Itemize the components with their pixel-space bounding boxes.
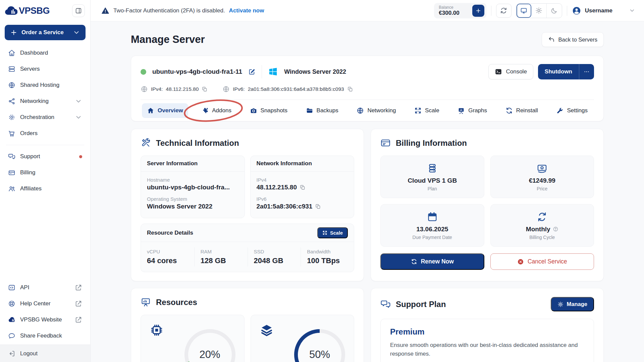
tab-graphs[interactable]: Graphs [452, 103, 492, 118]
resource-label: RAM [201, 249, 241, 254]
tab-label: Overview [158, 107, 183, 114]
shutdown-label: Shutdown [538, 64, 579, 79]
network-information-header: Network Information [251, 156, 354, 172]
sidebar-item-label: Affiliates [20, 185, 42, 192]
plus-icon [475, 8, 481, 14]
ipv6-label: IPv6 [257, 196, 348, 202]
tab-reinstall[interactable]: Reinstall [500, 103, 543, 118]
sidebar-item-logout[interactable]: Logout [0, 345, 90, 362]
ipv4-row: IPv4: 48.112.215.80 [141, 85, 208, 93]
server-more-actions-button[interactable] [579, 64, 594, 79]
tab-networking[interactable]: Networking [352, 103, 401, 118]
sidebar-item-label: Orders [20, 130, 38, 137]
console-label: Console [506, 68, 527, 75]
chevron-down-icon [73, 29, 80, 36]
refresh-button[interactable] [496, 4, 512, 18]
sidebar-item-label: Orchestration [20, 114, 54, 121]
sidebar-item-servers[interactable]: Servers [5, 61, 86, 77]
copy-icon[interactable] [347, 86, 353, 92]
cpu-chip-icon [150, 323, 164, 337]
sidebar-item-api[interactable]: API [5, 280, 86, 296]
back-to-servers-button[interactable]: Back to Servers [542, 32, 604, 47]
tab-backups[interactable]: Backups [301, 103, 343, 118]
tab-scale[interactable]: Scale [409, 103, 444, 118]
main-content: Manage Server Back to Servers ubuntu-vps… [91, 21, 644, 362]
sidebar-item-dashboard[interactable]: Dashboard [5, 45, 86, 61]
due-date-value: 13.06.2025 [416, 226, 448, 233]
balance-value: €300.00 [439, 10, 459, 16]
order-a-service-button[interactable]: Order a Service [5, 25, 86, 40]
globe-icon [357, 107, 364, 114]
add-funds-button[interactable] [472, 5, 484, 17]
sidebar-item-help-center[interactable]: Help Center [5, 296, 86, 312]
theme-light-button[interactable] [532, 4, 547, 18]
warning-text: Two-Factor Authentication (2FA) is disab… [113, 7, 225, 14]
chart-board-icon [458, 107, 465, 114]
help-circle-icon[interactable] [553, 226, 558, 232]
renew-now-button[interactable]: Renew Now [380, 253, 484, 270]
warning-triangle-icon [101, 7, 109, 15]
network-information-panel: Network Information IPv4 48.112.215.80 I… [250, 156, 355, 218]
sidebar-item-label: Help Center [20, 300, 51, 307]
billing-cycle-label: Billing Cycle [529, 235, 555, 240]
sidebar-item-label: Support [20, 153, 40, 160]
manage-support-plan-button[interactable]: Manage [551, 297, 594, 311]
resource-label: Bandwidth [307, 249, 348, 254]
user-menu[interactable]: Username [572, 6, 635, 15]
external-link-icon [75, 300, 82, 307]
ipv4-label: IPv4 [257, 177, 348, 183]
page-title: Manage Server [131, 34, 205, 46]
sidebar-item-networking[interactable]: Networking [5, 93, 86, 109]
copy-icon[interactable] [300, 184, 306, 190]
plan-label: Plan [428, 186, 437, 191]
tab-settings[interactable]: Settings [551, 103, 592, 118]
copy-icon[interactable] [202, 86, 208, 92]
sidebar-item-label: Dashboard [20, 50, 48, 56]
home-icon [147, 107, 154, 114]
sidebar-item-label: Billing [20, 169, 35, 176]
console-button[interactable]: Console [488, 64, 533, 79]
ipv6-row: IPv6: 2a01:5a8:306:c931:6a64:a378:b8b5:c… [222, 85, 353, 93]
tab-snapshots[interactable]: Snapshots [245, 103, 292, 118]
sidebar-item-shared-hosting[interactable]: Shared Hosting [5, 77, 86, 93]
tab-label: Backups [317, 107, 338, 114]
refresh-icon [411, 258, 417, 265]
resource-bandwidth: Bandwidth 100 TBps [301, 247, 354, 266]
sidebar-item-billing[interactable]: Billing [5, 165, 86, 181]
theme-system-button[interactable] [517, 4, 532, 18]
tab-overview[interactable]: Overview [142, 103, 188, 118]
shutdown-button[interactable]: Shutdown [538, 64, 594, 79]
sidebar-collapse-button[interactable] [72, 4, 85, 17]
scale-label: Scale [330, 230, 343, 236]
ram-percent-label: 50% [294, 329, 345, 362]
copy-icon[interactable] [315, 203, 321, 209]
vpsbg-logo[interactable]: VPSBG [5, 6, 50, 16]
sidebar-item-vpsbg-website[interactable]: VPSBG Website [5, 312, 86, 328]
tab-label: Networking [367, 107, 396, 114]
sidebar-item-share-feedback[interactable]: Share Feedback [5, 328, 86, 344]
scale-button[interactable]: Scale [317, 227, 348, 238]
plan-description: Ensure smooth operations with our best-i… [390, 341, 584, 358]
ram-usage-tile: RAM 4 GB / 8 GB 50% [251, 315, 355, 362]
sidebar-item-orders[interactable]: Orders [5, 125, 86, 141]
sidebar-item-support[interactable]: Support [5, 148, 86, 165]
banknote-icon [536, 163, 548, 174]
sidebar-item-affiliates[interactable]: Affiliates [5, 181, 86, 197]
tab-addons[interactable]: Addons [196, 103, 236, 118]
sidebar-bottom-group: API Help Center VPSBG Website Share Feed… [5, 280, 86, 344]
expand-arrows-icon [322, 230, 327, 235]
chat-icon [380, 299, 391, 309]
cancel-service-button[interactable]: Cancel Service [490, 253, 594, 270]
layers-icon [260, 323, 274, 337]
theme-dark-button[interactable] [547, 4, 562, 18]
activate-2fa-link[interactable]: Activate now [229, 7, 264, 14]
sidebar-item-label: Share Feedback [20, 333, 62, 339]
edit-pencil-icon[interactable] [248, 68, 256, 75]
sidebar-item-orchestration[interactable]: Orchestration [5, 109, 86, 125]
price-label: Price [537, 186, 547, 191]
refresh-icon [505, 107, 513, 114]
ipv4-value: 48.112.215.80 [257, 184, 297, 191]
server-tabs: Overview Addons Snapshots Backups [141, 100, 594, 121]
chevron-down-icon [75, 114, 82, 121]
refresh-icon [500, 7, 507, 14]
